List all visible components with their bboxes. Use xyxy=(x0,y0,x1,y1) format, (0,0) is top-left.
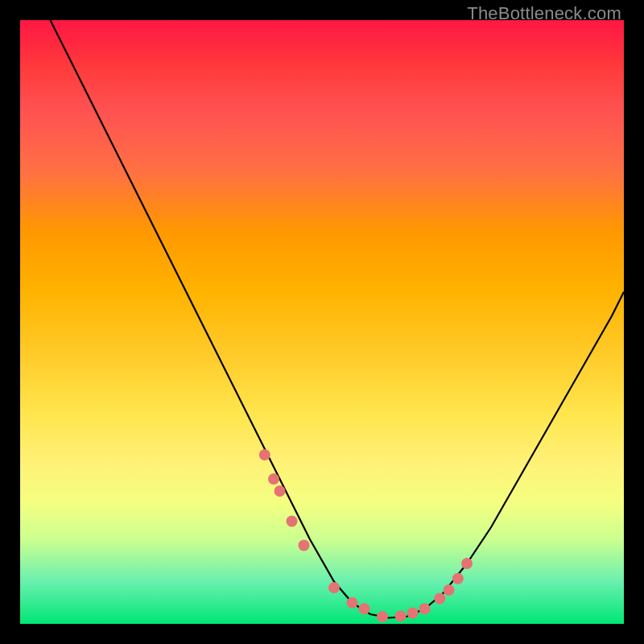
curve-dot xyxy=(444,584,455,596)
curve-dot xyxy=(259,449,270,460)
curve-dot xyxy=(299,540,310,551)
curve-dots xyxy=(259,449,473,622)
curve-dot xyxy=(268,473,279,485)
curve-dot xyxy=(395,610,407,621)
curve-dot xyxy=(434,593,445,605)
curve-dot xyxy=(377,611,388,622)
curve-dot xyxy=(359,603,370,614)
curve-dot xyxy=(275,485,286,497)
curve-line xyxy=(20,0,624,618)
bottleneck-curve xyxy=(20,20,624,624)
curve-dot xyxy=(407,608,419,619)
curve-dot xyxy=(461,558,473,569)
curve-dot xyxy=(419,603,431,614)
curve-dot xyxy=(452,573,464,584)
curve-dot xyxy=(347,597,358,609)
curve-dot xyxy=(287,516,298,527)
curve-dot xyxy=(328,582,340,593)
